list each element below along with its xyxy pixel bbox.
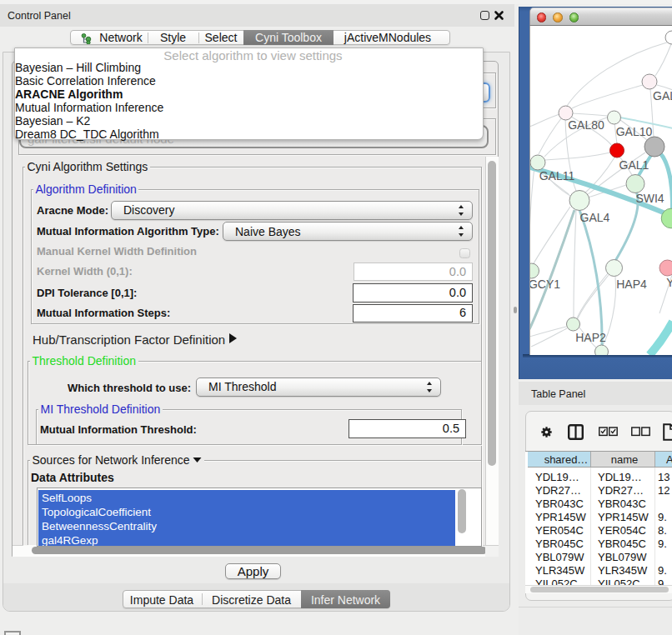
svg-text:GAL10: GAL10 (616, 125, 653, 138)
svg-text:SWI4: SWI4 (635, 192, 664, 205)
svg-text:GAL80: GAL80 (568, 118, 604, 132)
svg-text:GAL1: GAL1 (619, 158, 649, 172)
svg-text:GCY1: GCY1 (530, 278, 560, 291)
svg-text:GAL11: GAL11 (539, 169, 575, 182)
svg-text:HAP2: HAP2 (575, 331, 606, 344)
svg-text:GAL4: GAL4 (580, 211, 610, 224)
svg-text:Y: Y (666, 276, 672, 289)
svg-text:HAP4: HAP4 (616, 278, 647, 291)
svg-text:GAL2: GAL2 (653, 89, 672, 102)
